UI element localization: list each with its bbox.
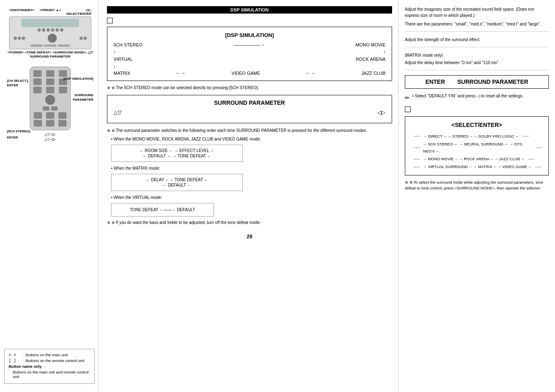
mode1-diagram: ← ROOM SIZE ← → EFFECT LEVEL ← ← DEFAULT… [111,145,243,162]
legend-text-1: : Buttons on the main unit [23,353,68,357]
device-display [21,19,79,27]
label-enter2: ENTER [7,136,18,139]
label-on-standby: <ON/STANDBY> [9,8,35,16]
dsp-matrix: MATRIX [114,71,130,76]
label-select-enter: SELECT/ENTER [66,12,91,16]
page: <ON/STANDBY> <PRESET ▲> ◁▷, SELECT/ENTER [0,0,555,392]
label-ch-select: [CH SELECT], [7,79,29,83]
param-note: ※ ※ The surround parameter switches in t… [107,127,392,134]
label-dsp-simulation: [DSP SIMULATION] [63,77,93,81]
label-parameter: PARAMETER [73,98,93,101]
checkbox-dsp [107,18,113,23]
legend-symbol-1: < > [9,353,21,357]
effect-level-section: Adjust the strength of the surround effe… [405,37,549,47]
label-power: <POWER> <TONE DEFEAT> <SURROUND MODE>, △… [7,51,93,54]
device-btns [12,28,89,32]
remote-center-btn [45,95,55,105]
dsp-jazz-club: JAZZ CLUB [361,71,385,76]
bass-treble-note: ※ ※ If you do want the bass and treble t… [107,220,392,226]
page-number: 29 [107,234,392,240]
arrows-label1: △▽◁▷ [44,132,56,136]
surround-param-title: SURROUND PARAMETER [114,99,385,106]
note-pencil: ✏ • Select "DEFAULT Y/N" and press ◁ to … [405,93,549,102]
right-column: Adjust the imaginary size of the recreat… [399,0,555,392]
select-diagram: —— → DIRECT ←→ STEREO ←→ DOLBY PRO LOGIC… [411,133,542,170]
legend-box: < > : Buttons on the main unit [ ] : But… [4,349,95,384]
remote-diagram-block: [CH SELECT], ENTER [DSP SIMULATION] SURR… [5,67,95,141]
asterisk-note-right: ※ ※ To select the surround mode while ad… [405,180,549,191]
mode1-row1: ← ROOM SIZE ← → EFFECT LEVEL ← [116,148,238,153]
param-arrows-left: △▽ [114,109,122,115]
dsp-5ch-stereo: 5CH STEREO [114,42,142,47]
select-enter-title: <SELECT/ENTER> [411,121,542,129]
select-row-4: —— → VIRTUAL SURROUND ←→ MATRIX ←→ VIDEO… [411,163,542,170]
select-enter-box: <SELECT/ENTER> —— → DIRECT ←→ STEREO ←→ … [405,116,549,175]
dsp-box-title: [DSP SIMULATION] [114,32,385,38]
dsp-note: ※ ※ The 5CH STEREO mode can be selected … [107,85,392,91]
dsp-rock-arena: ROCK ARENA [356,57,385,62]
dsp-section-title: DSP SIMULATION [107,6,392,14]
legend-text-2: : Buttons on the remote control unit [23,358,84,363]
delay-text1: (MATRIX mode only) [405,52,549,58]
label-enter: ENTER [7,83,18,87]
legend-symbol-2: [ ] [9,358,21,363]
surround-label: SURROUND PARAMETER [457,78,528,86]
arrow-to-mono: ——————→ [233,42,265,47]
arrows-label2: △▽◁▷ [44,137,56,141]
dsp-virtual: VIRTUAL [114,57,132,62]
enter-surround-header: ENTER SURROUND PARAMETER [405,75,549,89]
mode3-diagram: TONE DEFEAT ←——→ DEFAULT [111,203,214,217]
left-column: <ON/STANDBY> <PRESET ▲> ◁▷, SELECT/ENTER [0,0,99,392]
label-surround-param: SURROUND PARAMETER [30,55,71,58]
label-surround-param2: SURROUND [74,93,93,97]
mode1-title: • When the MONO MOVIE, ROCK ARENA, JAZZ … [107,136,392,142]
effect-level-text: Adjust the strength of the surround effe… [405,37,549,43]
mode3-title: • When the VIRTUAL mode: [107,194,392,201]
surround-param-box: SURROUND PARAMETER △▽ ◁▷ [107,95,392,123]
delay-text2: Adjust the delay time between "0 ms" and… [405,60,549,66]
label-5ch-stereo: [5CH STEREO] [7,129,30,133]
mode2-title: • When the MATRIX mode: [107,165,392,171]
legend-row-3: Button name only : [9,364,90,369]
middle-column: DSP SIMULATION [DSP SIMULATION] 5CH STER… [99,0,399,392]
delay-section: (MATRIX mode only) Adjust the delay time… [405,52,549,70]
label-triangle: ◁▷, [66,8,91,12]
virtual-row1: TONE DEFEAT ←——→ DEFAULT [116,208,209,212]
legend-row-2: [ ] : Buttons on the remote control unit [9,358,90,363]
room-size-text1: Adjust the imaginary size of the recreat… [405,6,549,18]
dsp-mono-movie: MONO MOVIE [355,42,385,47]
dsp-video-game: VIDEO GAME [232,71,260,76]
legend-text-4: Buttons on the main unit and remote cont… [9,370,90,379]
room-size-text2: There are five parameters: "small", "med… [405,21,549,27]
mode1-row2: ← DEFAULT ← → TONE DEFEAT ← [116,154,238,158]
checkbox-select-enter [405,106,411,112]
select-row-2: —— → 5CH STEREO ← → NEURAL SURROUND ← → … [411,141,542,154]
label-preset: <PRESET ▲> [40,8,61,16]
device-knob [48,34,57,43]
select-row-1: —— → DIRECT ←→ STEREO ←→ DOLBY PRO LOGIC… [411,133,542,140]
mode2-row2: ← DEFAULT ← [116,183,238,187]
legend-row-4: Buttons on the main unit and remote cont… [9,370,90,379]
pencil-icon: ✏ [405,94,410,102]
mode2-row1: ← DELAY ←→ TONE DEFEAT ← [116,178,238,182]
legend-row-1: < > : Buttons on the main unit [9,353,90,357]
mode2-diagram: ← DELAY ←→ TONE DEFEAT ← ← DEFAULT ← [111,174,243,191]
param-arrows-row: △▽ ◁▷ [114,109,385,115]
param-arrows-right: ◁▷ [377,109,385,115]
legend-bold: Button name only [9,364,42,369]
main-unit-diagram: <ON/STANDBY> <PRESET ▲> ◁▷, SELECT/ENTER [6,8,94,58]
dsp-box: [DSP SIMULATION] 5CH STEREO ——————→ MONO… [107,27,392,81]
note-text: • Select "DEFAULT Y/N" and press ◁ to re… [412,93,523,99]
left-diagrams: <ON/STANDBY> <PRESET ▲> ◁▷, SELECT/ENTER [6,8,94,143]
enter-label: ENTER [425,78,445,86]
select-row-3: —— → MONO MOVIE ←→ ROCK ARENA ←→ JAZZ CL… [411,155,542,162]
room-size-section: Adjust the imaginary size of the recreat… [405,6,549,32]
device-body [9,16,91,49]
legend-colon: : [44,364,45,369]
